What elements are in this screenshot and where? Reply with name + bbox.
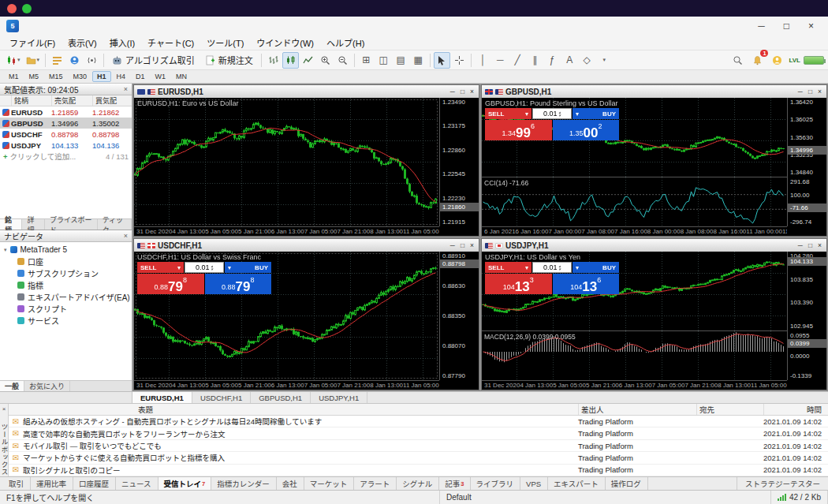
tab-mailbox[interactable]: 受信トレイ7 — [159, 477, 212, 490]
chart-close-button[interactable]: × — [470, 88, 474, 95]
tab-history[interactable]: 口座履歴 — [73, 477, 116, 490]
tab-signals[interactable]: シグナル — [397, 477, 439, 490]
sell-button[interactable]: 1.34996 — [485, 120, 552, 140]
trendline-tool-button[interactable]: ╱ — [509, 52, 526, 69]
tab-journal[interactable]: 操作ログ — [606, 477, 648, 490]
tab-company[interactable]: 会社 — [277, 477, 304, 490]
buy-menu-button[interactable]: ▾BUY — [225, 262, 271, 273]
timeframe-w1[interactable]: W1 — [151, 71, 171, 82]
menu-charts[interactable]: チャート(C) — [141, 35, 200, 50]
menu-window[interactable]: ウインドウ(W) — [250, 35, 320, 50]
sell-button[interactable]: 0.88798 — [137, 274, 204, 294]
traffic-light-zoom[interactable] — [22, 4, 32, 13]
tab-alerts[interactable]: アラート — [354, 477, 397, 490]
chart-titlebar-gbpusd[interactable]: GBPUSD,H1 ─ □ × — [482, 85, 826, 98]
close-navigator-button[interactable]: × — [124, 232, 128, 240]
equidistant-channel-button[interactable]: ∥ — [527, 52, 543, 69]
horizontal-line-tool-button[interactable]: ─ — [492, 52, 509, 69]
chart-minimize-button[interactable]: ─ — [450, 88, 455, 95]
tab-priceboard[interactable]: プライスボード — [45, 219, 98, 230]
tab-calendar[interactable]: 指標カレンダー — [211, 477, 277, 490]
tree-item-scripts[interactable]: スクリプト — [0, 303, 132, 315]
tree-item-expert-advisors[interactable]: エキスパートアドバイザ(EA) — [0, 291, 132, 303]
chart-tab-gbpusd[interactable]: GBPUSD,H1 — [251, 392, 311, 403]
chart-close-button[interactable]: × — [818, 241, 822, 249]
tab-symbols[interactable]: 銘柄 — [0, 219, 22, 230]
tab-exposure[interactable]: 運用比率 — [31, 477, 73, 490]
chart-close-button[interactable]: × — [470, 241, 474, 249]
lot-size-input[interactable]: 0.01▴▾ — [185, 262, 224, 273]
chart-restore-button[interactable]: □ — [808, 241, 812, 249]
tree-item-services[interactable]: サービス — [0, 315, 132, 327]
tab-market[interactable]: マーケット — [304, 477, 355, 490]
buy-menu-button[interactable]: ▾BUY — [573, 262, 619, 273]
vps-button[interactable] — [84, 52, 100, 69]
profiles-button[interactable]: ▾ — [24, 52, 43, 69]
bar-chart-mode-button[interactable] — [265, 52, 282, 69]
chart-titlebar-usdchf[interactable]: USDCHF,H1 ─ □ × — [134, 239, 479, 252]
buy-button[interactable]: 0.88798 — [205, 274, 272, 294]
inbox-row[interactable]: ✉ 組み込みの仮想ホスティング - 自動売買ロボットとシグナルは毎日24時間稼働… — [9, 416, 828, 427]
chart-titlebar-eurusd[interactable]: EURUSD,H1 ─ □ × — [134, 85, 479, 98]
buy-button[interactable]: 1.35002 — [553, 120, 620, 140]
column-symbol[interactable]: 銘柄 — [11, 95, 51, 106]
navigator-header[interactable]: ナビゲータ × — [0, 230, 132, 242]
tree-root-metatrader5[interactable]: ▾ MetaTrader 5 — [0, 244, 132, 256]
column-from[interactable]: 差出人 — [578, 404, 696, 415]
traffic-light-close[interactable] — [7, 4, 17, 13]
timeframe-m30[interactable]: M30 — [69, 71, 92, 82]
column-time[interactable]: 時間 — [763, 404, 828, 415]
inbox-row[interactable]: ✉ 高速で効率的な自動売買ロボットをフリーランサーから注文 Trading Pl… — [9, 427, 828, 439]
timeframe-h1[interactable]: H1 — [92, 71, 111, 82]
arrange-windows-button[interactable]: ⊞ — [358, 52, 375, 69]
strategy-tester-tab[interactable]: ストラテジーテスター — [737, 477, 828, 490]
shapes-tool-button[interactable]: ◇ — [579, 52, 595, 69]
new-order-button[interactable]: 新規注文 — [200, 52, 258, 69]
time-scale[interactable]: 6 Jan 20216 Jan 16:00 7 Jan 00:007 Jan 0… — [482, 226, 787, 236]
vertical-line-tool-button[interactable]: │ — [475, 52, 491, 69]
timeframe-m1[interactable]: M1 — [4, 71, 24, 82]
algo-trading-button[interactable]: アルゴリズム取引 — [107, 52, 200, 69]
maximize-button[interactable]: □ — [784, 21, 789, 32]
collapse-icon[interactable]: ▾ — [4, 247, 7, 253]
inbox-row[interactable]: ✉ 取引シグナルと取引のコピー Trading Platform 2021.01… — [9, 465, 828, 476]
market-watch-row-usdchf[interactable]: USDCHF 0.88798 0.88798 — [0, 129, 132, 140]
menu-insert[interactable]: 挿入(I) — [103, 35, 141, 50]
chart-restore-button[interactable]: □ — [461, 88, 464, 95]
inbox-row[interactable]: ✉ マーケットからすぐに使える自動売買ロボットと指標を購入 Trading Pl… — [9, 452, 828, 464]
tree-item-accounts[interactable]: 口座 — [0, 256, 132, 267]
text-tool-button[interactable]: A — [561, 52, 578, 69]
timeframe-h4[interactable]: H4 — [112, 71, 131, 82]
market-watch-row-eurusd[interactable]: EURUSD 1.21859 1.21862 — [0, 106, 132, 118]
tab-experts[interactable]: エキスパート — [548, 477, 606, 490]
tab-favorites[interactable]: お気に入り — [24, 381, 70, 391]
chart-tab-usdchf[interactable]: USDCHF,H1 — [192, 392, 251, 403]
close-market-watch-button[interactable]: × — [124, 85, 128, 93]
price-scale[interactable]: 104.280103.835 103.390102.945 104.133 0.… — [787, 252, 826, 380]
cursor-button[interactable] — [434, 52, 450, 69]
cascade-windows-button[interactable]: ▦ — [410, 52, 427, 69]
tab-vps[interactable]: VPS — [520, 477, 548, 490]
market-watch-row-gbpusd[interactable]: GBPUSD 1.34996 1.35002 — [0, 118, 132, 129]
menu-tools[interactable]: ツール(T) — [200, 35, 250, 50]
timeframe-mn[interactable]: MN — [171, 71, 192, 82]
chart-close-button[interactable]: × — [818, 88, 822, 95]
column-subject[interactable]: 表題 — [23, 404, 578, 415]
chart-tab-usdjpy[interactable]: USDJPY,H1 — [311, 392, 367, 403]
column-ask[interactable]: 買気配 — [92, 95, 132, 106]
buy-button[interactable]: 104136 — [553, 274, 620, 294]
sell-button[interactable]: 104133 — [485, 274, 552, 294]
market-watch-column-headers[interactable]: 銘柄 売気配 買気配 — [0, 95, 132, 106]
zoom-out-button[interactable] — [334, 52, 351, 69]
chart-minimize-button[interactable]: ─ — [798, 88, 803, 95]
tab-ticks[interactable]: ティック — [98, 219, 132, 230]
close-toolbox-button[interactable]: × — [2, 405, 6, 413]
chart-minimize-button[interactable]: ─ — [450, 241, 455, 249]
lot-size-input[interactable]: 0.01▴▾ — [532, 108, 572, 119]
inbox-row[interactable]: ✉ モバイル取引 — 取引をいつでもどこでも Trading Platform … — [9, 440, 828, 452]
status-profile[interactable]: Default — [440, 491, 771, 504]
tab-common[interactable]: 一般 — [0, 381, 24, 391]
zoom-in-button[interactable] — [317, 52, 334, 69]
sell-menu-button[interactable]: SELL▾ — [485, 262, 531, 273]
sell-menu-button[interactable]: SELL▾ — [137, 262, 184, 273]
